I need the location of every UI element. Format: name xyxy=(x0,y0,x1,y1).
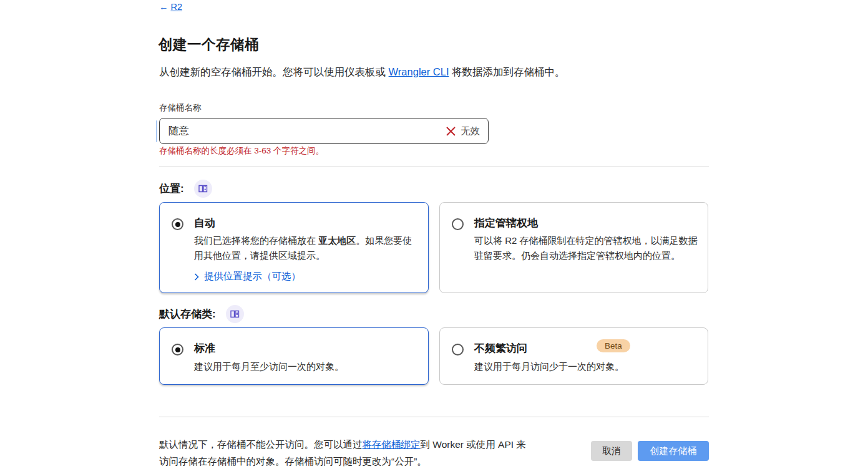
infrequent-desc: 建议用于每月访问少于一次的对象。 xyxy=(474,359,699,374)
chevron-right-icon xyxy=(194,273,199,281)
location-option-auto[interactable]: 自动 我们已选择将您的存储桶放在 亚太地区。如果您要使用其他位置，请提供区域提示… xyxy=(159,202,429,293)
location-heading-row: 位置: xyxy=(159,180,212,198)
divider-bottom xyxy=(159,417,709,417)
bucket-name-input[interactable] xyxy=(160,125,446,137)
radio-infrequent[interactable] xyxy=(452,344,464,355)
invalid-indicator: 无效 xyxy=(446,125,488,138)
radio-auto[interactable] xyxy=(172,218,183,230)
intro-after: 将数据添加到存储桶中。 xyxy=(449,66,565,77)
standard-title: 标准 xyxy=(194,341,215,355)
storage-class-heading: 默认存储类: xyxy=(159,307,216,321)
create-bucket-button[interactable]: 创建存储桶 xyxy=(638,441,709,461)
location-hint-link[interactable]: 提供位置提示（可选） xyxy=(194,270,301,283)
back-arrow-icon: ← xyxy=(159,2,168,12)
cancel-button[interactable]: 取消 xyxy=(591,441,632,461)
location-heading: 位置: xyxy=(159,181,184,196)
invalid-label: 无效 xyxy=(461,125,480,138)
bucket-name-label: 存储桶名称 xyxy=(159,102,202,114)
class-option-standard[interactable]: 标准 建议用于每月至少访问一次的对象。 xyxy=(159,327,429,385)
storage-class-heading-row: 默认存储类: xyxy=(159,305,244,323)
radio-standard[interactable] xyxy=(172,344,183,355)
footer-note: 默认情况下，存储桶不能公开访问。您可以通过将存储桶绑定到 Worker 或使用 … xyxy=(159,436,526,469)
class-option-infrequent[interactable]: 不频繁访问 Beta 建议用于每月访问少于一次的对象。 xyxy=(439,327,708,385)
location-option-jurisdiction[interactable]: 指定管辖权地 可以将 R2 存储桶限制在特定的管辖权地，以满足数据驻留要求。仍会… xyxy=(439,202,708,293)
standard-desc: 建议用于每月至少访问一次的对象。 xyxy=(194,359,419,374)
jurisdiction-desc: 可以将 R2 存储桶限制在特定的管辖权地，以满足数据驻留要求。仍会自动选择指定管… xyxy=(474,233,699,263)
open-book-icon xyxy=(198,185,208,193)
footer-before: 默认情况下，存储桶不能公开访问。您可以通过 xyxy=(159,439,363,450)
location-docs-button[interactable] xyxy=(194,180,212,198)
auto-desc: 我们已选择将您的存储桶放在 亚太地区。如果您要使用其他位置，请提供区域提示。 xyxy=(194,233,416,263)
page-title: 创建一个存储桶 xyxy=(158,35,259,54)
divider-top xyxy=(159,167,709,167)
auto-desc-region: 亚太地区 xyxy=(318,235,356,246)
jurisdiction-title: 指定管辖权地 xyxy=(474,216,538,230)
beta-badge: Beta xyxy=(597,339,630,352)
intro-before: 从创建新的空存储桶开始。您将可以使用仪表板或 xyxy=(159,66,389,77)
open-book-icon xyxy=(230,310,240,318)
wrangler-cli-link[interactable]: Wrangler CLI xyxy=(389,66,449,77)
auto-desc-before: 我们已选择将您的存储桶放在 xyxy=(194,235,318,246)
back-link-r2[interactable]: ←R2 xyxy=(159,2,182,12)
back-link-label: R2 xyxy=(171,2,183,12)
hint-link-label: 提供位置提示（可选） xyxy=(204,270,301,283)
intro-text: 从创建新的空存储桶开始。您将可以使用仪表板或 Wrangler CLI 将数据添… xyxy=(159,65,565,79)
storage-class-docs-button[interactable] xyxy=(226,305,244,323)
bucket-name-input-wrap: 无效 xyxy=(159,118,489,144)
infrequent-title: 不频繁访问 xyxy=(474,341,527,355)
input-focus-indicator xyxy=(156,120,157,142)
bucket-name-error: 存储桶名称的长度必须在 3-63 个字符之间。 xyxy=(159,145,324,157)
auto-title: 自动 xyxy=(194,216,215,230)
bind-bucket-link[interactable]: 将存储桶绑定 xyxy=(363,439,421,450)
invalid-x-icon xyxy=(446,126,456,137)
radio-jurisdiction[interactable] xyxy=(452,218,464,230)
